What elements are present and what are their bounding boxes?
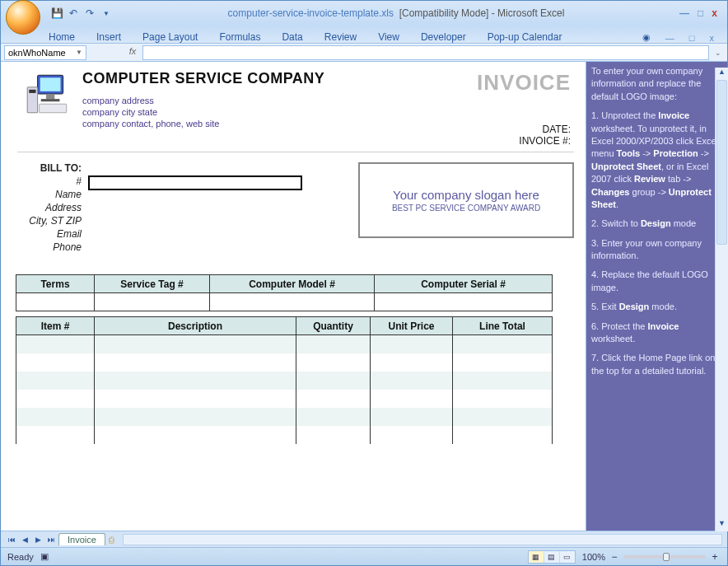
- quick-access-toolbar: 💾 ↶ ↷ ▼: [50, 7, 113, 20]
- zoom-slider[interactable]: [623, 555, 706, 559]
- sheet-tab-invoice[interactable]: Invoice: [58, 533, 105, 545]
- table-row: [16, 372, 553, 390]
- table-row: [16, 426, 553, 444]
- macro-record-icon[interactable]: ▣: [40, 551, 52, 563]
- invoice-number-label: INVOICE #:: [477, 135, 571, 147]
- fx-icon[interactable]: fx: [126, 46, 139, 59]
- table-row: [16, 335, 553, 353]
- company-city: company city state: [82, 107, 477, 117]
- vertical-scrollbar[interactable]: ▲ ▼: [715, 68, 728, 531]
- sheet-tabs-row: ⏮ ◀ ▶ ⏭ Invoice ⎙: [1, 531, 727, 547]
- svg-rect-2: [45, 94, 54, 99]
- maximize-button[interactable]: □: [698, 7, 703, 19]
- ribbon-minimize-button[interactable]: —: [662, 33, 678, 43]
- view-buttons: ▦ ▤ ▭: [528, 550, 576, 564]
- tab-view[interactable]: View: [375, 31, 403, 43]
- scroll-down-icon[interactable]: ▼: [716, 519, 728, 531]
- tab-formulas[interactable]: Formulas: [216, 31, 264, 43]
- ribbon-close-button[interactable]: x: [707, 33, 718, 43]
- zoom-in-button[interactable]: +: [709, 551, 721, 563]
- service-info-table[interactable]: Terms Service Tag # Computer Model # Com…: [16, 274, 553, 311]
- table-row: [16, 408, 553, 426]
- minimize-button[interactable]: —: [679, 7, 689, 19]
- page-break-view-button[interactable]: ▭: [560, 551, 575, 563]
- slogan-box: Your company slogan here BEST PC SERVICE…: [358, 162, 574, 238]
- help-icon[interactable]: ◉: [639, 32, 654, 43]
- tab-nav-first-icon[interactable]: ⏮: [6, 536, 17, 544]
- formula-bar-row: oknWhoName▼ fx ⌄: [1, 44, 727, 62]
- svg-rect-5: [29, 90, 35, 93]
- tab-page-layout[interactable]: Page Layout: [139, 31, 201, 43]
- horizontal-scrollbar[interactable]: [123, 534, 722, 545]
- scroll-up-icon[interactable]: ▲: [716, 68, 728, 80]
- company-address: company address: [82, 96, 477, 105]
- worksheet[interactable]: COMPUTER SERVICE COMPANY company address…: [1, 62, 586, 531]
- tab-home[interactable]: Home: [45, 31, 78, 43]
- formula-bar[interactable]: [142, 45, 709, 60]
- svg-rect-6: [39, 104, 66, 112]
- window-title: computer-service-invoice-template.xls [C…: [113, 7, 679, 19]
- tab-data[interactable]: Data: [278, 31, 306, 43]
- status-text: Ready: [7, 552, 34, 562]
- zoom-controls: 100% − +: [582, 551, 721, 563]
- qat-dropdown-icon[interactable]: ▼: [100, 7, 113, 20]
- instructions-panel: To enter your own company information an…: [586, 62, 727, 531]
- tab-nav-last-icon[interactable]: ⏭: [45, 536, 57, 544]
- save-icon[interactable]: 💾: [50, 7, 63, 20]
- active-cell-name[interactable]: [88, 175, 302, 190]
- tab-popupcal[interactable]: Pop-up Calendar: [484, 31, 566, 43]
- normal-view-button[interactable]: ▦: [529, 551, 544, 563]
- date-label: DATE:: [477, 124, 571, 135]
- ribbon-restore-button[interactable]: □: [686, 33, 698, 43]
- company-name: COMPUTER SERVICE COMPANY: [82, 70, 477, 87]
- redo-icon[interactable]: ↷: [83, 7, 96, 20]
- tab-nav-next-icon[interactable]: ▶: [32, 536, 44, 544]
- header-divider: [17, 152, 574, 152]
- excel-window: 💾 ↶ ↷ ▼ computer-service-invoice-templat…: [0, 0, 728, 566]
- tab-insert[interactable]: Insert: [93, 31, 124, 43]
- status-bar: Ready ▣ ▦ ▤ ▭ 100% − +: [1, 547, 727, 565]
- title-bar: 💾 ↶ ↷ ▼ computer-service-invoice-templat…: [1, 1, 727, 26]
- zoom-level[interactable]: 100%: [582, 552, 605, 562]
- tab-review[interactable]: Review: [321, 31, 360, 43]
- worksheet-area: COMPUTER SERVICE COMPANY company address…: [1, 62, 727, 531]
- name-box[interactable]: oknWhoName▼: [4, 45, 86, 60]
- page-layout-view-button[interactable]: ▤: [544, 551, 559, 563]
- invoice-title: INVOICE: [477, 70, 571, 96]
- svg-rect-3: [40, 99, 59, 101]
- zoom-out-button[interactable]: −: [609, 551, 620, 563]
- table-row: [16, 390, 553, 408]
- new-sheet-icon[interactable]: ⎙: [109, 535, 114, 545]
- table-row: [16, 353, 553, 372]
- company-logo: [12, 70, 82, 121]
- office-button[interactable]: [6, 0, 40, 35]
- company-contact: company contact, phone, web site: [82, 119, 477, 129]
- close-button[interactable]: x: [712, 7, 717, 19]
- ribbon-tabs: Home Insert Page Layout Formulas Data Re…: [1, 26, 727, 44]
- undo-icon[interactable]: ↶: [67, 7, 80, 20]
- svg-rect-1: [40, 77, 60, 91]
- formula-expand-icon[interactable]: ⌄: [712, 49, 724, 57]
- tab-developer[interactable]: Developer: [418, 31, 469, 43]
- bill-to-labels: BILL TO: # Name Address City, ST ZIP Ema…: [12, 162, 88, 255]
- line-items-table[interactable]: Item # Description Quantity Unit Price L…: [16, 316, 553, 444]
- tab-nav-prev-icon[interactable]: ◀: [19, 536, 30, 544]
